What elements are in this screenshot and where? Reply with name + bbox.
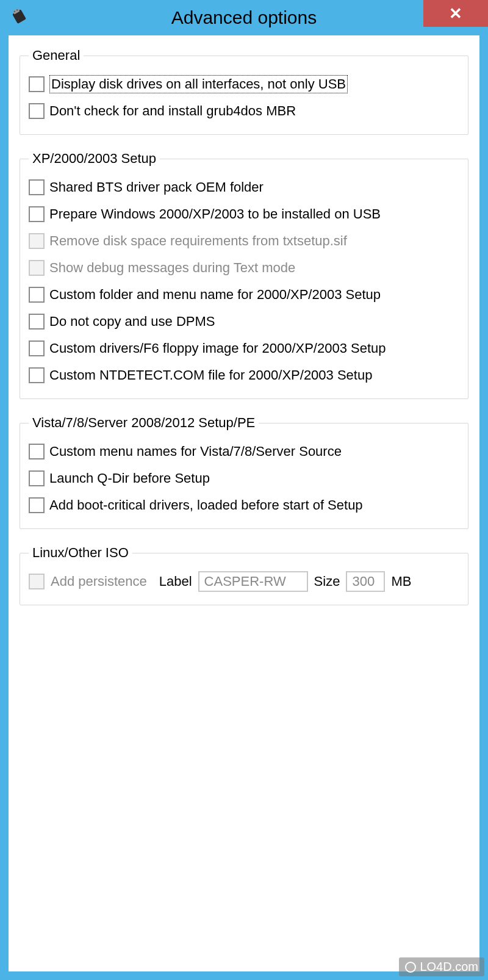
checkbox-custom-drivers-f6[interactable] [29, 340, 45, 356]
checkbox-label: Remove disk space requirements from txts… [49, 233, 347, 249]
window-title: Advanced options [0, 7, 488, 28]
checkbox-label: Show debug messages during Text mode [49, 260, 295, 276]
checkbox-row: Prepare Windows 2000/XP/2003 to be insta… [29, 201, 459, 228]
group-legend: Linux/Other ISO [29, 545, 132, 561]
checkbox-launch-qdir[interactable] [29, 470, 45, 486]
size-unit: MB [391, 574, 411, 589]
group-legend: Vista/7/8/Server 2008/2012 Setup/PE [29, 415, 259, 431]
checkbox-label[interactable]: Custom folder and menu name for 2000/XP/… [49, 287, 381, 303]
checkbox-row: Shared BTS driver pack OEM folder [29, 174, 459, 201]
checkbox-row: Remove disk space requirements from txts… [29, 228, 459, 254]
checkbox-label[interactable]: Launch Q-Dir before Setup [49, 470, 210, 486]
globe-icon [405, 962, 416, 973]
titlebar: Advanced options ✕ [0, 0, 488, 35]
checkbox-label[interactable]: Shared BTS driver pack OEM folder [49, 179, 264, 195]
checkbox-row: Custom folder and menu name for 2000/XP/… [29, 281, 459, 308]
checkbox-prepare-usb[interactable] [29, 206, 45, 222]
client-area: General Display disk drives on all inter… [9, 35, 479, 971]
watermark-text: LO4D.com [420, 960, 478, 974]
close-icon: ✕ [449, 4, 462, 23]
group-general: General Display disk drives on all inter… [20, 48, 468, 135]
group-linux-iso: Linux/Other ISO Add persistence Label CA… [20, 545, 468, 605]
group-xp-setup: XP/2000/2003 Setup Shared BTS driver pac… [20, 151, 468, 399]
persistence-label-input: CASPER-RW [198, 571, 308, 592]
checkbox-custom-menu-vista[interactable] [29, 444, 45, 459]
checkbox-label[interactable]: Do not copy and use DPMS [49, 314, 215, 330]
window: Advanced options ✕ General Display disk … [0, 0, 488, 980]
checkbox-row: Add boot-critical drivers, loaded before… [29, 492, 459, 519]
checkbox-label[interactable]: Custom drivers/F6 floppy image for 2000/… [49, 340, 386, 356]
checkbox-display-drives[interactable] [29, 76, 45, 92]
persistence-size-input: 300 [346, 571, 385, 592]
checkbox-row: Do not copy and use DPMS [29, 308, 459, 335]
checkbox-remove-diskspace [29, 233, 45, 249]
checkbox-label[interactable]: Add boot-critical drivers, loaded before… [49, 497, 363, 513]
group-legend: General [29, 48, 84, 63]
checkbox-label: Add persistence [51, 574, 147, 589]
checkbox-debug-textmode [29, 260, 45, 276]
checkbox-label[interactable]: Prepare Windows 2000/XP/2003 to be insta… [49, 206, 381, 222]
checkbox-boot-critical-drivers[interactable] [29, 497, 45, 513]
checkbox-no-dpms[interactable] [29, 314, 45, 330]
checkbox-row: Show debug messages during Text mode [29, 254, 459, 281]
checkbox-add-persistence [29, 574, 45, 589]
checkbox-row: Custom menu names for Vista/7/8/Server S… [29, 438, 459, 465]
usb-drive-icon [10, 7, 29, 27]
checkbox-shared-bts[interactable] [29, 179, 45, 195]
checkbox-no-grub4dos[interactable] [29, 103, 45, 119]
checkbox-row: Don't check for and install grub4dos MBR [29, 98, 459, 124]
checkbox-custom-ntdetect[interactable] [29, 367, 45, 383]
checkbox-label[interactable]: Custom NTDETECT.COM file for 2000/XP/200… [49, 367, 372, 383]
close-button[interactable]: ✕ [423, 0, 488, 27]
checkbox-row: Custom NTDETECT.COM file for 2000/XP/200… [29, 362, 459, 389]
checkbox-row: Launch Q-Dir before Setup [29, 465, 459, 492]
group-vista-setup: Vista/7/8/Server 2008/2012 Setup/PE Cust… [20, 415, 468, 529]
group-legend: XP/2000/2003 Setup [29, 151, 160, 167]
checkbox-custom-folder-menu[interactable] [29, 287, 45, 303]
persistence-row: Add persistence Label CASPER-RW Size 300… [29, 568, 459, 595]
size-text: Size [314, 574, 340, 589]
checkbox-label[interactable]: Display disk drives on all interfaces, n… [49, 75, 348, 93]
label-text: Label [159, 574, 192, 589]
checkbox-label[interactable]: Don't check for and install grub4dos MBR [49, 103, 296, 119]
checkbox-label[interactable]: Custom menu names for Vista/7/8/Server S… [49, 444, 342, 459]
checkbox-row: Custom drivers/F6 floppy image for 2000/… [29, 335, 459, 362]
checkbox-row: Display disk drives on all interfaces, n… [29, 71, 459, 98]
watermark: LO4D.com [399, 957, 484, 976]
